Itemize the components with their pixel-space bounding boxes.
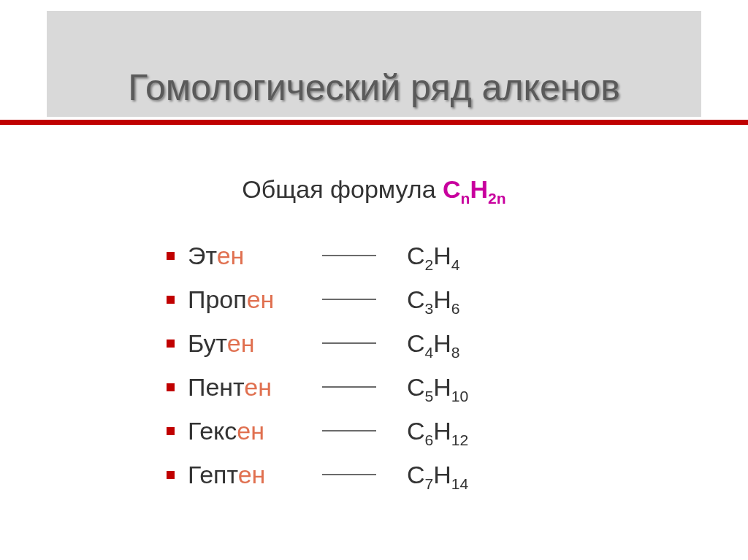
compound-name: Пентен — [188, 373, 312, 402]
gf-c: C — [443, 175, 461, 203]
list-item: Гексен C6H12 — [167, 409, 468, 453]
slide: Гомологический ряд алкенов Общая формула… — [0, 0, 748, 560]
name-suffix: ен — [238, 461, 266, 488]
fc-hsub: 6 — [451, 299, 460, 316]
compound-name: Пропен — [188, 285, 312, 314]
compound-formula: C3H6 — [400, 285, 460, 314]
fc-h: H — [433, 461, 451, 488]
fc-c: C — [407, 329, 425, 357]
fc-h: H — [433, 285, 451, 313]
fc-hsub: 10 — [451, 387, 468, 404]
gf-h: H — [470, 175, 488, 203]
compound-name: Бутен — [188, 329, 312, 358]
gf-h-sub: 2n — [488, 190, 506, 207]
name-stem: Проп — [188, 285, 247, 313]
connector — [312, 342, 400, 344]
fc-hsub: 12 — [451, 431, 468, 448]
gf-c-sub: n — [461, 190, 470, 207]
name-suffix: ен — [237, 417, 264, 445]
list-item: Бутен C4H8 — [167, 321, 468, 365]
list-item: Гептен C7H14 — [167, 453, 468, 496]
fc-hsub: 4 — [451, 256, 460, 272]
bullet-icon — [167, 383, 175, 391]
name-stem: Гекс — [188, 417, 237, 445]
fc-c: C — [407, 373, 425, 401]
fc-csub: 2 — [425, 256, 434, 272]
bullet-icon — [167, 427, 175, 435]
name-stem: Гепт — [188, 461, 238, 488]
name-suffix: ен — [244, 373, 272, 401]
title-band: Гомологический ряд алкенов — [47, 11, 701, 117]
bullet-icon — [167, 340, 175, 348]
fc-hsub: 8 — [451, 343, 460, 360]
name-suffix: ен — [247, 285, 275, 313]
fc-c: C — [407, 242, 425, 269]
connector — [312, 386, 400, 388]
page-title: Гомологический ряд алкенов — [47, 11, 701, 109]
connector — [312, 474, 400, 475]
fc-csub: 6 — [425, 431, 434, 448]
connector — [312, 299, 400, 300]
bullet-icon — [167, 471, 175, 479]
fc-csub: 3 — [425, 299, 434, 316]
compound-formula: C4H8 — [400, 329, 460, 358]
fc-csub: 4 — [425, 343, 434, 360]
name-stem: Эт — [188, 242, 217, 269]
list-item: Пропен C3H6 — [167, 277, 468, 321]
name-suffix: ен — [227, 329, 255, 357]
name-stem: Пент — [188, 373, 244, 401]
accent-bar — [0, 120, 748, 125]
name-suffix: ен — [217, 242, 245, 269]
compound-name: Этен — [188, 242, 312, 270]
fc-c: C — [407, 417, 425, 445]
fc-csub: 7 — [425, 475, 434, 491]
list: Этен C2H4 Пропен C3H6 Бутен C4H8 Пентен … — [167, 234, 468, 496]
name-stem: Бут — [188, 329, 227, 357]
compound-formula: C7H14 — [400, 461, 468, 489]
subtitle: Общая формула CnH2n — [0, 175, 748, 204]
subtitle-prefix: Общая формула — [242, 175, 443, 203]
fc-h: H — [433, 373, 451, 401]
compound-formula: C5H10 — [400, 373, 468, 402]
compound-formula: C2H4 — [400, 242, 460, 270]
list-item: Этен C2H4 — [167, 234, 468, 277]
compound-name: Гексен — [188, 417, 312, 445]
connector — [312, 255, 400, 256]
fc-h: H — [433, 242, 451, 269]
list-item: Пентен C5H10 — [167, 365, 468, 409]
fc-hsub: 14 — [451, 475, 468, 491]
general-formula: CnH2n — [443, 175, 506, 203]
fc-h: H — [433, 329, 451, 357]
connector — [312, 430, 400, 431]
bullet-icon — [167, 252, 175, 260]
fc-c: C — [407, 285, 425, 313]
fc-c: C — [407, 461, 425, 488]
compound-formula: C6H12 — [400, 417, 468, 445]
bullet-icon — [167, 296, 175, 304]
fc-csub: 5 — [425, 387, 434, 404]
compound-name: Гептен — [188, 461, 312, 489]
fc-h: H — [433, 417, 451, 445]
